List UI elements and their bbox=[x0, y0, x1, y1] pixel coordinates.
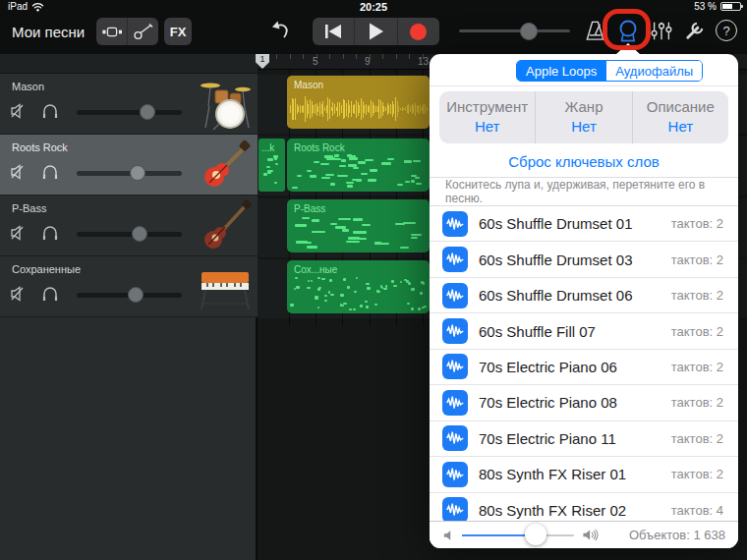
mixer-button[interactable] bbox=[650, 20, 673, 46]
loop-name: 60s Shuffle Drumset 06 bbox=[479, 287, 632, 304]
electric-piano-image bbox=[198, 264, 253, 315]
region-mason[interactable]: Mason bbox=[287, 76, 430, 129]
electric-guitar-image bbox=[198, 138, 253, 196]
headphones-icon[interactable] bbox=[41, 164, 59, 184]
play-icon bbox=[369, 23, 384, 40]
track-volume-knob[interactable] bbox=[130, 165, 145, 181]
track-volume-knob[interactable] bbox=[128, 287, 144, 303]
track-header-mason[interactable]: Mason bbox=[0, 74, 258, 135]
filter-value: Нет bbox=[536, 118, 631, 135]
play-button[interactable] bbox=[355, 18, 396, 45]
audio-waveform bbox=[290, 93, 428, 125]
region-saved[interactable]: Сох...ные bbox=[287, 260, 430, 313]
mute-icon[interactable] bbox=[11, 225, 29, 245]
track-volume-slider[interactable] bbox=[77, 232, 182, 237]
filter-label: Инструмент bbox=[439, 98, 535, 115]
loop-name: 80s Synth FX Riser 02 bbox=[479, 502, 626, 519]
my-songs-button[interactable]: Мои песни bbox=[12, 24, 85, 40]
track-volume-knob[interactable] bbox=[132, 226, 147, 242]
help-button[interactable]: ? bbox=[716, 20, 737, 41]
track-header-saved[interactable]: Сохраненные bbox=[0, 256, 258, 317]
loop-name: 70s Electric Piano 11 bbox=[479, 430, 616, 447]
bar-number: 13 bbox=[418, 56, 429, 67]
annotation-highlight-circle bbox=[603, 9, 651, 50]
view-switch-group bbox=[96, 18, 158, 45]
keyword-filters: Инструмент Нет Жанр Нет Описание Нет bbox=[439, 91, 728, 143]
tab-audio-files[interactable]: Аудиофайлы bbox=[605, 61, 702, 81]
loop-list-item[interactable]: 60s Shuffle Fill 07 тактов: 2 bbox=[430, 313, 738, 349]
loop-list-item[interactable]: 70s Electric Piano 11 тактов: 2 bbox=[430, 421, 738, 457]
loop-list-item[interactable]: 60s Shuffle Drumset 03 тактов: 2 bbox=[430, 242, 738, 277]
bar-number: 9 bbox=[365, 56, 371, 67]
mute-icon[interactable] bbox=[11, 286, 29, 306]
drag-hint-text: Коснитесь лупа и, удерживая, перетяните … bbox=[430, 178, 738, 206]
filter-instrument[interactable]: Инструмент Нет bbox=[439, 91, 535, 143]
tab-apple-loops[interactable]: Apple Loops bbox=[517, 61, 605, 81]
region-roots-rock-mini[interactable]: ...k bbox=[259, 139, 285, 192]
loop-waveform-icon bbox=[442, 318, 468, 344]
loop-length: тактов: 2 bbox=[671, 395, 723, 410]
record-button[interactable] bbox=[398, 18, 439, 45]
loop-length: тактов: 2 bbox=[671, 467, 723, 481]
fx-button[interactable]: FX bbox=[164, 18, 192, 45]
tracks-view-button[interactable] bbox=[96, 18, 127, 45]
volume-max-icon bbox=[583, 529, 599, 541]
loop-name: 70s Electric Piano 08 bbox=[479, 394, 617, 411]
headphones-icon[interactable] bbox=[41, 286, 59, 306]
loop-waveform-icon bbox=[442, 354, 468, 379]
wrench-icon bbox=[683, 20, 706, 42]
popover-footer: Объектов: 1 638 bbox=[430, 521, 738, 548]
track-header-pbass[interactable]: P-Bass bbox=[0, 196, 258, 256]
loop-browser-popover: Apple Loops Аудиофайлы Инструмент Нет Жа… bbox=[430, 54, 738, 548]
loop-source-tabs: Apple Loops Аудиофайлы bbox=[430, 54, 738, 86]
track-volume-knob[interactable] bbox=[140, 104, 155, 120]
mute-icon[interactable] bbox=[11, 164, 29, 184]
loop-list-item[interactable]: 60s Shuffle Drumset 06 тактов: 2 bbox=[430, 278, 738, 313]
headphones-icon[interactable] bbox=[41, 225, 59, 245]
loop-waveform-icon bbox=[442, 211, 468, 237]
settings-button[interactable] bbox=[683, 20, 706, 46]
filter-description[interactable]: Описание Нет bbox=[632, 91, 728, 143]
sidebar-header-strip bbox=[0, 54, 258, 74]
filter-genre[interactable]: Жанр Нет bbox=[535, 91, 631, 143]
loop-waveform-icon bbox=[442, 425, 468, 451]
loop-waveform-icon bbox=[442, 283, 468, 308]
master-volume-slider[interactable] bbox=[459, 29, 570, 32]
loop-length: тактов: 2 bbox=[671, 252, 723, 267]
loop-waveform-icon bbox=[442, 247, 468, 272]
headphones-icon[interactable] bbox=[41, 103, 59, 123]
loop-list: 60s Shuffle Drumset 01 тактов: 2 60s Shu… bbox=[430, 206, 738, 521]
reset-keywords-button[interactable]: Сброс ключевых слов bbox=[430, 145, 738, 178]
region-label: Mason bbox=[294, 80, 323, 90]
battery-icon bbox=[720, 2, 741, 11]
filter-value: Нет bbox=[633, 118, 728, 135]
loop-length: тактов: 2 bbox=[671, 288, 723, 303]
undo-button[interactable] bbox=[269, 20, 293, 47]
loop-list-item[interactable]: 80s Synth FX Riser 02 тактов: 4 bbox=[430, 493, 738, 522]
master-volume-knob[interactable] bbox=[520, 23, 538, 40]
region-roots-rock[interactable]: Roots Rock bbox=[287, 139, 430, 192]
loop-list-item[interactable]: 70s Electric Piano 08 тактов: 2 bbox=[430, 385, 738, 420]
mixer-icon bbox=[650, 20, 673, 42]
loop-list-item[interactable]: 80s Synth FX Riser 01 тактов: 2 bbox=[430, 457, 738, 492]
region-pbass[interactable]: P-Bass bbox=[287, 199, 430, 252]
loop-name: 80s Synth FX Riser 01 bbox=[479, 466, 626, 482]
loop-list-item[interactable]: 70s Electric Piano 06 тактов: 2 bbox=[430, 350, 738, 385]
loop-length: тактов: 2 bbox=[671, 360, 723, 374]
transport-controls bbox=[313, 18, 439, 45]
rewind-button[interactable] bbox=[313, 18, 354, 45]
track-name: Roots Rock bbox=[12, 141, 68, 153]
track-volume-slider[interactable] bbox=[77, 110, 182, 115]
filter-label: Описание bbox=[633, 98, 728, 115]
loop-length: тактов: 4 bbox=[671, 503, 723, 518]
loop-length: тактов: 2 bbox=[671, 431, 723, 446]
slider-knob[interactable] bbox=[525, 524, 546, 545]
loop-length: тактов: 2 bbox=[671, 324, 723, 339]
track-header-roots-rock[interactable]: Roots Rock bbox=[0, 135, 258, 196]
guitar-icon bbox=[133, 23, 154, 40]
mute-icon[interactable] bbox=[11, 103, 29, 123]
instrument-view-button[interactable] bbox=[128, 18, 158, 45]
loop-list-item[interactable]: 60s Shuffle Drumset 01 тактов: 2 bbox=[430, 206, 738, 242]
region-label: ...k bbox=[261, 142, 274, 153]
preview-volume-slider[interactable] bbox=[462, 534, 574, 536]
